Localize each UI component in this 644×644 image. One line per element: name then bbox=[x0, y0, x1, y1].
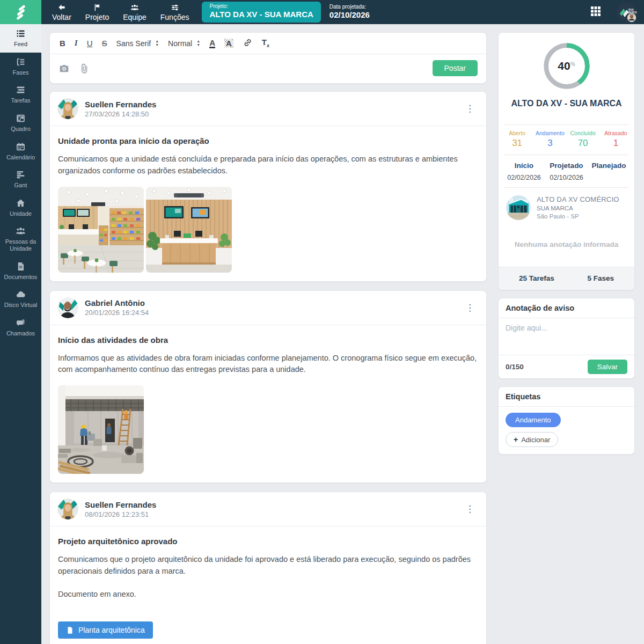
project-summary-card: 40% ALTO DA XV - SUA MARCA Aberto 31 And… bbox=[498, 32, 635, 290]
clear-format-icon[interactable]: Tx bbox=[262, 38, 269, 48]
editor-toolbar: B I U S Sans Serif ▲▼ Normal ▲▼ A A Tx bbox=[50, 33, 486, 54]
post-image-store-interior[interactable] bbox=[58, 187, 144, 273]
back-icon bbox=[57, 3, 66, 12]
apps-grid-button[interactable] bbox=[589, 5, 602, 20]
attachment-label: Planta arquitetônica bbox=[78, 626, 145, 634]
author-avatar-icon bbox=[57, 98, 78, 119]
post-image-construction-site[interactable] bbox=[58, 385, 144, 474]
project-dates: Início 02/02/2026 Projetado 02/10/2026 P… bbox=[499, 155, 634, 187]
attach-file-button[interactable] bbox=[78, 63, 90, 74]
sidebar-item-documentos[interactable]: Documentos bbox=[0, 257, 41, 286]
sidebar-item-quadro[interactable]: Quadro bbox=[0, 109, 41, 137]
camera-icon bbox=[58, 63, 70, 74]
feed-post: Suellen Fernandes 08/01/2026 12:23:51 ⋮ … bbox=[49, 492, 487, 644]
sidebar-item-label: Unidade bbox=[10, 210, 32, 217]
font-picker[interactable]: Sans Serif ▲▼ bbox=[116, 39, 159, 48]
post-button[interactable]: Postar bbox=[433, 60, 478, 76]
projected-date: Data projetada: 02/10/2026 bbox=[330, 4, 370, 20]
project-title: ALTO DA XV - SUA MARCA bbox=[504, 99, 629, 108]
add-tag-label: Adicionar bbox=[521, 436, 550, 444]
sidebar-item-label: Fases bbox=[13, 69, 29, 76]
annotation-input[interactable] bbox=[499, 318, 634, 353]
sidebar-item-label: Pessoas da Unidade bbox=[2, 238, 40, 252]
add-photo-button[interactable] bbox=[58, 63, 70, 74]
phases-count[interactable]: 5 Fases bbox=[587, 274, 614, 282]
stat-andamento: Andamento 3 bbox=[533, 130, 566, 149]
text-color-icon[interactable]: A bbox=[209, 39, 215, 48]
sidebar-item-disco-virtual[interactable]: Disco Virtual bbox=[0, 285, 41, 313]
feed-list-icon bbox=[16, 28, 26, 39]
project-badge[interactable]: Projeto: ALTO DA XV - SUA MARCA bbox=[202, 2, 320, 23]
size-picker-value: Normal bbox=[168, 39, 192, 48]
sidebar-item-chamados[interactable]: Chamados bbox=[0, 313, 41, 342]
nav-label: Projeto bbox=[85, 13, 109, 21]
sidebar-item-tarefas[interactable]: Tarefas bbox=[0, 80, 41, 109]
stat-atrasado: Atrasado 1 bbox=[599, 130, 632, 149]
save-button[interactable]: Salvar bbox=[588, 360, 627, 374]
sidebar-item-pessoas-da-unidade[interactable]: Pessoas da Unidade bbox=[0, 222, 41, 257]
post-text-secondary: Documento em anexo. bbox=[58, 589, 478, 601]
document-icon bbox=[16, 261, 26, 272]
post-text: Comunicamos que a unidade está concluída… bbox=[58, 153, 478, 177]
gantt-icon bbox=[16, 170, 26, 180]
kebab-menu-icon[interactable]: ⋮ bbox=[461, 502, 479, 516]
sidebar-item-label: Documentos bbox=[4, 274, 38, 281]
italic-button[interactable]: I bbox=[75, 39, 78, 47]
user-avatar-icon bbox=[616, 2, 638, 23]
app-logo[interactable] bbox=[0, 0, 41, 24]
post-image-store-counter[interactable] bbox=[146, 187, 232, 273]
sidebar-item-feed[interactable]: Feed bbox=[0, 24, 41, 53]
annotation-card-title: Anotação de aviso bbox=[499, 298, 634, 318]
avatar bbox=[57, 297, 78, 318]
post-author: Suellen Fernandes bbox=[85, 100, 156, 109]
nav-projeto[interactable]: Projeto bbox=[80, 2, 114, 23]
nav-voltar[interactable]: Voltar bbox=[47, 2, 77, 23]
annotation-footer: 0/150 Salvar bbox=[499, 355, 634, 378]
chevron-updown-icon: ▲▼ bbox=[196, 40, 200, 47]
nav-equipe[interactable]: Equipe bbox=[118, 2, 152, 23]
projected-date-label: Data projetada: bbox=[330, 4, 370, 11]
text-background-icon[interactable]: A bbox=[224, 39, 233, 48]
add-tag-button[interactable]: + Adicionar bbox=[506, 432, 558, 447]
logo-icon bbox=[13, 4, 29, 20]
sidebar-item-label: Tarefas bbox=[11, 97, 30, 104]
feed-post: Gabriel Antônio 20/01/2026 16:24:54 ⋮ In… bbox=[49, 290, 487, 484]
attachment-button[interactable]: Planta arquitetônica bbox=[58, 621, 153, 639]
labels-card-title: Etiquetas bbox=[499, 387, 634, 407]
board-icon bbox=[16, 113, 26, 123]
project-panel: 40% ALTO DA XV - SUA MARCA Aberto 31 And… bbox=[498, 32, 635, 455]
sidebar-item-gant[interactable]: Gant bbox=[0, 165, 41, 194]
sidebar-item-calendario[interactable]: Calendário bbox=[0, 137, 41, 166]
sidebar-item-unidade[interactable]: Unidade bbox=[0, 194, 41, 222]
kebab-menu-icon[interactable]: ⋮ bbox=[461, 301, 479, 314]
composer-actions: Postar bbox=[50, 54, 486, 83]
flag-icon bbox=[93, 3, 101, 12]
nav-funcoes[interactable]: Funções bbox=[155, 2, 195, 23]
sidebar-item-label: Chamados bbox=[6, 330, 35, 337]
user-menu-button[interactable] bbox=[616, 2, 638, 23]
sidebar-item-label: Quadro bbox=[11, 126, 31, 133]
post-title: Projeto arquitetônico aprovado bbox=[58, 537, 478, 546]
cloud-icon bbox=[16, 289, 26, 299]
post-title: Início das atividades de obra bbox=[58, 335, 478, 345]
post-body: Unidade pronta para início da operação C… bbox=[50, 126, 486, 179]
underline-button[interactable]: U bbox=[87, 39, 93, 47]
strikethrough-button[interactable]: S bbox=[102, 39, 107, 47]
tasks-icon bbox=[16, 85, 26, 95]
bold-button[interactable]: B bbox=[60, 39, 65, 47]
size-picker[interactable]: Normal ▲▼ bbox=[168, 39, 200, 48]
company-info: ALTO DA XV COMÉRCIO SUA MARCA São Paulo … bbox=[499, 188, 634, 223]
phases-icon bbox=[16, 57, 26, 67]
annotation-card: Anotação de aviso 0/150 Salvar bbox=[498, 298, 635, 379]
company-name: ALTO DA XV COMÉRCIO bbox=[537, 195, 619, 203]
post-header: Gabriel Antônio 20/01/2026 16:24:54 ⋮ bbox=[50, 291, 486, 325]
feed-column: B I U S Sans Serif ▲▼ Normal ▲▼ A A Tx bbox=[49, 32, 487, 644]
link-icon bbox=[243, 38, 253, 48]
tag-andamento[interactable]: Andamento bbox=[506, 413, 561, 427]
building-icon bbox=[506, 195, 531, 220]
tasks-count[interactable]: 25 Tarefas bbox=[519, 274, 554, 282]
link-button[interactable] bbox=[243, 38, 253, 49]
kebab-menu-icon[interactable]: ⋮ bbox=[461, 102, 479, 115]
post-title: Unidade pronta para início da operação bbox=[58, 136, 478, 145]
sidebar-item-fases[interactable]: Fases bbox=[0, 53, 41, 81]
